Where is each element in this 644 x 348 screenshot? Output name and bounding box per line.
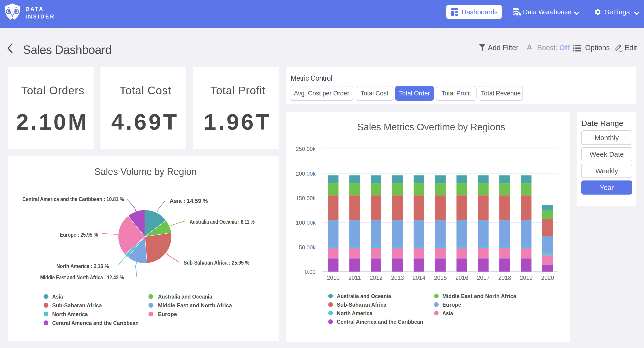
svg-text:2013: 2013 [391,274,404,281]
svg-text:2017: 2017 [477,274,490,281]
svg-text:North America: North America [337,310,372,316]
svg-text:50.00k: 50.00k [299,244,316,250]
svg-text:2016: 2016 [455,274,468,281]
svg-text:0.00: 0.00 [305,269,316,275]
svg-text:250.00k: 250.00k [296,146,316,152]
svg-text:2018: 2018 [498,274,511,281]
svg-text:Asia : 14.59 %: Asia : 14.59 % [170,198,208,204]
svg-text:North America : 2.16 %: North America : 2.16 % [56,263,109,269]
svg-text:Europe : 25.95 %: Europe : 25.95 % [60,231,98,238]
svg-text:Central America and the Caribb: Central America and the Caribbean : 10.8… [22,196,124,202]
svg-text:150.00k: 150.00k [296,195,316,201]
svg-text:200.00k: 200.00k [296,171,316,177]
svg-text:Sub-Saharan Africa : 25.95 %: Sub-Saharan Africa : 25.95 % [184,259,249,266]
svg-text:2010: 2010 [327,274,340,281]
svg-text:Middle East and North Africa :: Middle East and North Africa : 12.43 % [40,274,124,280]
svg-text:2020: 2020 [541,274,554,281]
svg-text:Sub-Saharan Africa: Sub-Saharan Africa [52,302,102,308]
svg-text:2012: 2012 [370,274,382,281]
svg-text:Australia and Oceania: Australia and Oceania [158,293,212,300]
svg-text:Sales Metrics Overtime by Regi: Sales Metrics Overtime by Regions [357,122,505,132]
svg-text:Asia: Asia [52,293,63,300]
svg-text:Europe: Europe [442,301,461,308]
svg-text:2015: 2015 [434,274,447,281]
svg-text:2019: 2019 [520,274,533,281]
svg-text:Sales Volume by Region: Sales Volume by Region [94,166,197,177]
svg-text:Australia and Oceania: Australia and Oceania [337,293,391,299]
svg-text:North America: North America [52,311,88,317]
svg-text:Central America and the Caribb: Central America and the Caribbean [337,319,423,325]
svg-text:Europe: Europe [158,311,177,317]
svg-text:Central America and the Caribb: Central America and the Caribbean [52,320,138,326]
svg-text:2011: 2011 [348,274,361,281]
svg-text:100.00k: 100.00k [296,219,316,226]
svg-text:Australia and Oceania : 8.11 %: Australia and Oceania : 8.11 % [190,219,254,225]
svg-text:2014: 2014 [412,274,426,281]
svg-text:Asia: Asia [442,310,453,316]
svg-text:Sub-Saharan Africa: Sub-Saharan Africa [337,301,387,308]
svg-text:Middle East and North Africa: Middle East and North Africa [158,302,232,308]
svg-text:Middle East and North Africa: Middle East and North Africa [442,293,516,299]
